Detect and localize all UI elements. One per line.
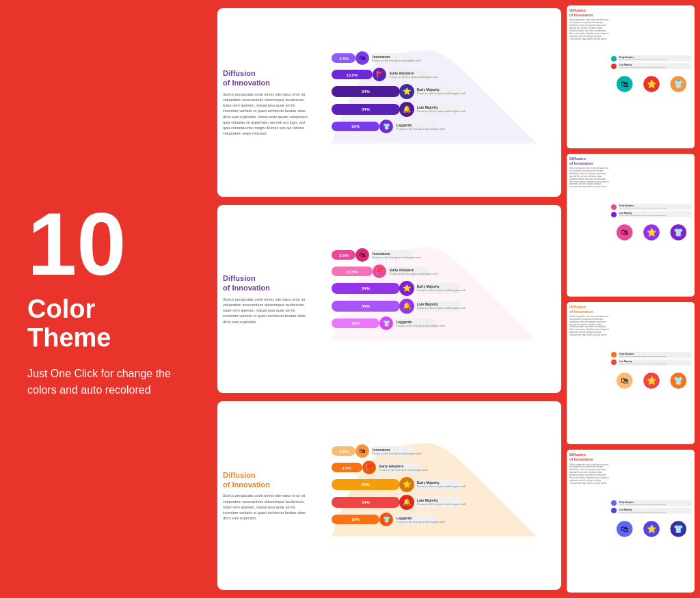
svg-text:👕: 👕 <box>383 319 391 327</box>
svg-text:Focus on the hot spots and bar: Focus on the hot spots and bargain with <box>373 59 421 62</box>
svg-text:13.5%: 13.5% <box>346 73 358 77</box>
thumb4-title: Diffusionof Innovation <box>569 452 609 462</box>
thumb2-body: Sed ut perspiciatis unde omnis iste natu… <box>569 167 609 189</box>
thumb1-dot-ea <box>611 56 617 62</box>
thumb-slides-column: Diffusionof Innovation Sed ut perspiciat… <box>567 0 700 598</box>
thumb4-row-ea: Early Adopters Focus on the hot spots an… <box>611 500 692 506</box>
slide2-chart: 2.5% 🛍 Innovators Focus on the hot spots… <box>312 212 556 387</box>
thumb-card-4[interactable]: Diffusionof Innovation Sed ut perspiciat… <box>567 450 695 593</box>
slide2-title: Diffusionof Innovation <box>223 273 308 293</box>
svg-text:🔔: 🔔 <box>403 498 412 506</box>
svg-text:Focus on the hot spots and bar: Focus on the hot spots and bargain with <box>417 109 466 113</box>
svg-text:Focus on the hot spots and bar: Focus on the hot spots and bargain with <box>390 272 438 275</box>
thumb1-dot-lm <box>611 64 617 69</box>
thumb1-row-lm: Late Majority Focus on the hot spots and… <box>611 63 692 69</box>
thumb2-dot-lm <box>611 212 617 217</box>
slide3-body: Sed ut perspiciatis unde omnis iste natu… <box>223 493 308 521</box>
svg-text:Focus on the hot spots and bar: Focus on the hot spots and bargain with <box>373 452 421 455</box>
svg-text:13.5%: 13.5% <box>346 270 358 274</box>
svg-text:16%: 16% <box>351 124 360 128</box>
svg-text:Focus on the hot spots and bar: Focus on the hot spots and bargain with <box>417 92 466 95</box>
svg-text:👕: 👕 <box>673 376 684 385</box>
svg-text:34%: 34% <box>362 483 371 487</box>
svg-text:Focus on the hot spots and bar: Focus on the hot spots and bargain with <box>417 485 466 488</box>
svg-text:⭐: ⭐ <box>403 480 412 489</box>
thumb4-dot-ea <box>611 500 617 506</box>
svg-text:🛍: 🛍 <box>621 376 629 385</box>
main-slides-column: Diffusionof Innovation Sed ut perspiciat… <box>212 0 567 598</box>
slide1-title: Diffusionof Innovation <box>223 68 308 88</box>
subtitle: Just One Click for change the colors and… <box>27 366 185 398</box>
thumb1-row-ea: Early Adopters Focus on the hot spots an… <box>611 55 692 62</box>
slide1-body: Sed ut perspiciatis unde omnis iste natu… <box>223 92 308 137</box>
svg-text:Focus on the hot spots and bar: Focus on the hot spots and bargain with <box>379 468 428 472</box>
svg-text:⭐: ⭐ <box>647 79 657 89</box>
svg-text:🛍: 🛍 <box>360 448 366 454</box>
thumb2-icons: 🛍 ⭐ 👕 <box>611 219 692 246</box>
slide3-chart: 2.5% 🛍 Innovators Focus on the hot spots… <box>312 408 556 583</box>
thumb1-title: Diffusionof Innovation <box>569 8 609 18</box>
slide1-diffusion-svg: 2.5% 🛍 Innovators Focus on the hot spots… <box>312 48 556 157</box>
color-theme-title: Color Theme <box>27 295 185 353</box>
svg-text:34%: 34% <box>362 107 371 111</box>
thumb2-row-lm: Late Majority Focus on the hot spots and… <box>611 211 692 217</box>
svg-text:16%: 16% <box>351 517 360 521</box>
slide-card-3[interactable]: Diffusionof Innovation Sed ut perspiciat… <box>217 401 561 590</box>
svg-text:👕: 👕 <box>383 122 391 131</box>
svg-text:👕: 👕 <box>673 79 684 89</box>
svg-text:34%: 34% <box>362 90 371 94</box>
svg-text:3.5%: 3.5% <box>342 466 351 470</box>
svg-text:16%: 16% <box>351 321 360 325</box>
svg-text:⭐: ⭐ <box>403 284 412 293</box>
thumb2-dot-ea <box>611 204 617 210</box>
svg-text:⭐: ⭐ <box>647 524 657 534</box>
svg-text:👕: 👕 <box>673 228 684 237</box>
svg-text:34%: 34% <box>362 500 371 504</box>
svg-text:2.5%: 2.5% <box>339 450 349 454</box>
thumb-card-2[interactable]: Diffusionof Innovation Sed ut perspiciat… <box>567 154 695 297</box>
thumb3-icons: 🛍 ⭐ 👕 <box>611 367 692 394</box>
left-panel: 10 Color Theme Just One Click for change… <box>0 0 212 598</box>
svg-text:🔔: 🔔 <box>403 105 412 113</box>
thumb-card-3[interactable]: Diffusionof Innovation Sed ut perspiciat… <box>567 302 695 445</box>
thumb1-icons: 🛍 ⭐ 👕 <box>611 70 692 98</box>
thumb3-dot-lm <box>611 359 617 365</box>
svg-text:🚩: 🚩 <box>376 267 384 275</box>
thumb-card-1[interactable]: Diffusionof Innovation Sed ut perspiciat… <box>567 5 695 148</box>
svg-text:🛍: 🛍 <box>621 524 629 534</box>
svg-text:👕: 👕 <box>383 515 391 524</box>
thumb2-title: Diffusionof Innovation <box>569 157 609 166</box>
svg-text:Focus on the hot spots and bar: Focus on the hot spots and bargain with <box>396 324 445 327</box>
right-panel: Diffusionof Innovation Sed ut perspiciat… <box>212 0 700 598</box>
thumb4-dot-lm <box>611 508 617 513</box>
svg-text:Focus on the hot spots and bar: Focus on the hot spots and bargain with <box>417 502 466 506</box>
svg-text:🛍: 🛍 <box>360 55 366 62</box>
svg-text:🔔: 🔔 <box>403 301 412 310</box>
thumb3-body: Sed ut perspiciatis unde omnis iste natu… <box>569 316 609 337</box>
thumb1-body: Sed ut perspiciatis unde omnis iste natu… <box>569 19 609 40</box>
svg-text:Focus on the hot spots and bar: Focus on the hot spots and bargain with <box>417 306 466 310</box>
svg-text:🚩: 🚩 <box>366 463 374 472</box>
slide-card-2[interactable]: Diffusionof Innovation Sed ut perspiciat… <box>217 205 561 394</box>
svg-text:Focus on the hot spots and bar: Focus on the hot spots and bargain with <box>396 520 445 524</box>
slide2-diffusion-svg: 2.5% 🛍 Innovators Focus on the hot spots… <box>312 245 556 354</box>
svg-text:⭐: ⭐ <box>647 376 657 385</box>
svg-text:Focus on the hot spots and bar: Focus on the hot spots and bargain with <box>373 256 421 259</box>
svg-text:🛍: 🛍 <box>621 228 629 237</box>
svg-text:2.5%: 2.5% <box>339 57 349 61</box>
thumb3-dot-ea <box>611 352 617 357</box>
thumb3-title: Diffusionof Innovation <box>569 305 609 314</box>
big-number: 10 <box>27 200 185 288</box>
svg-text:2.5%: 2.5% <box>339 254 349 258</box>
thumb2-row-ea: Early Adopters Focus on the hot spots an… <box>611 204 692 210</box>
svg-text:Focus on the hot spots and bar: Focus on the hot spots and bargain with <box>396 127 445 131</box>
svg-text:👕: 👕 <box>673 524 684 534</box>
slide3-diffusion-svg: 2.5% 🛍 Innovators Focus on the hot spots… <box>312 441 556 550</box>
svg-text:Focus on the hot spots and bar: Focus on the hot spots and bargain with <box>417 288 466 292</box>
slide-card-1[interactable]: Diffusionof Innovation Sed ut perspiciat… <box>217 8 561 197</box>
slide3-title: Diffusionof Innovation <box>223 470 308 490</box>
svg-text:Focus on the hot spots and bar: Focus on the hot spots and bargain with <box>390 75 438 79</box>
svg-text:🛍: 🛍 <box>360 252 366 258</box>
thumb3-row-lm: Late Majority Focus on the hot spots and… <box>611 359 692 366</box>
svg-text:34%: 34% <box>362 304 371 308</box>
